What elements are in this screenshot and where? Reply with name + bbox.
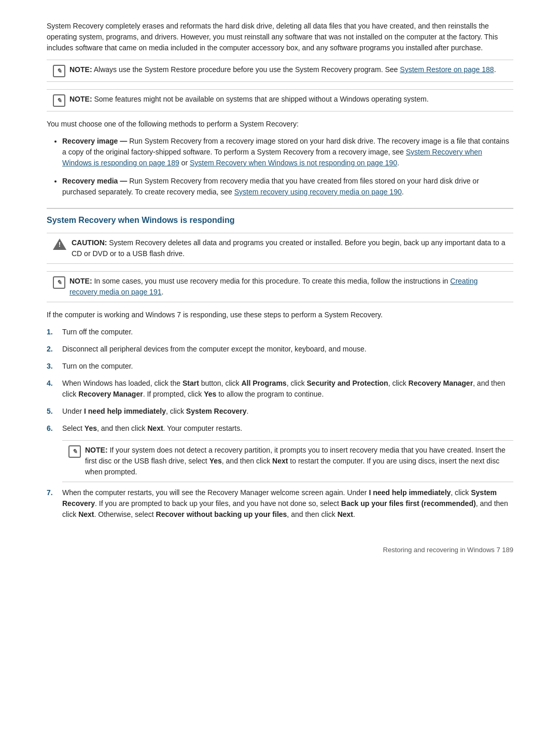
inline-note-text: If your system does not detect a recover… (85, 446, 506, 476)
methods-intro: You must choose one of the following met… (47, 119, 513, 130)
note-2-label: NOTE: (69, 95, 92, 103)
caution-content: CAUTION: System Recovery deletes all dat… (72, 237, 507, 259)
step-2-num: 2. (47, 344, 62, 355)
page-footer: Restoring and recovering in Windows 7 18… (47, 541, 513, 555)
note-1-text: Always use the System Restore procedure … (94, 65, 400, 74)
bullet-1-between: or (179, 159, 190, 167)
step-3-num: 3. (47, 361, 62, 372)
note-icon-2: ✎ (53, 94, 65, 107)
note-1-label: NOTE: (69, 65, 92, 74)
step-2-text: Disconnect all peripheral devices from t… (62, 344, 513, 355)
step-4-text: When Windows has loaded, click the Start… (62, 378, 513, 400)
recovery-media-link[interactable]: System recovery using recovery media on … (234, 188, 402, 196)
step-1-num: 1. (47, 327, 62, 338)
methods-list: Recovery image — Run System Recovery fro… (62, 136, 513, 198)
bullet-2-end: . (402, 188, 404, 196)
inline-note-label: NOTE: (85, 446, 108, 454)
inline-note-box: ✎ NOTE: If your system does not detect a… (62, 440, 513, 482)
note-box-2: ✎ NOTE: Some features might not be avail… (47, 89, 513, 111)
caution-label: CAUTION: (72, 238, 107, 247)
step-6: 6. Select Yes, and then click Next. Your… (47, 423, 513, 434)
note-box-3: ✎ NOTE: In some cases, you must use reco… (47, 271, 513, 302)
caution-icon: ! (53, 238, 66, 250)
steps-list: 1. Turn off the computer. 2. Disconnect … (47, 327, 513, 434)
intro-paragraph: System Recovery completely erases and re… (47, 21, 513, 53)
step-6-num: 6. (47, 423, 62, 434)
bullet-2-bold: Recovery media — (62, 177, 127, 185)
step-7-num: 7. (47, 487, 62, 498)
step-6-text: Select Yes, and then click Next. Your co… (62, 423, 513, 434)
note-2-content: NOTE: Some features might not be availab… (69, 94, 507, 105)
note-3-text: In some cases, you must use recovery med… (94, 277, 450, 285)
step-5: 5. Under I need help immediately, click … (47, 406, 513, 417)
section-heading: System Recovery when Windows is respondi… (47, 208, 513, 227)
step-4: 4. When Windows has loaded, click the St… (47, 378, 513, 400)
step-7-list: 7. When the computer restarts, you will … (47, 487, 513, 520)
note-box-1: ✎ NOTE: Always use the System Restore pr… (47, 60, 513, 82)
bullet-item-1: Recovery image — Run System Recovery fro… (62, 136, 513, 168)
windows-not-responding-link[interactable]: System Recovery when Windows is not resp… (190, 159, 397, 167)
note-2-text: Some features might not be available on … (94, 95, 428, 103)
inline-note-content: NOTE: If your system does not detect a r… (85, 445, 507, 477)
bullet-1-end: . (397, 159, 399, 167)
note-3-label: NOTE: (69, 277, 92, 285)
caution-text: System Recovery deletes all data and pro… (72, 238, 506, 258)
note-icon-1: ✎ (53, 65, 65, 77)
inline-note-icon: ✎ (68, 445, 81, 458)
note-1-end: . (494, 65, 496, 74)
bullet-1-bold: Recovery image — (62, 137, 127, 145)
step-2: 2. Disconnect all peripheral devices fro… (47, 344, 513, 355)
step-3: 3. Turn on the computer. (47, 361, 513, 372)
step-5-num: 5. (47, 406, 62, 417)
step-5-text: Under I need help immediately, click Sys… (62, 406, 513, 417)
step-7: 7. When the computer restarts, you will … (47, 487, 513, 520)
system-restore-link[interactable]: System Restore on page 188 (400, 65, 494, 74)
section-intro: If the computer is working and Windows 7… (47, 310, 513, 320)
step-4-num: 4. (47, 378, 62, 389)
bullet-item-2: Recovery media — Run System Recovery fro… (62, 176, 513, 198)
page-content: System Recovery completely erases and re… (47, 21, 513, 555)
step-7-text: When the computer restarts, you will see… (62, 487, 513, 520)
note-3-end: . (161, 288, 163, 296)
note-3-content: NOTE: In some cases, you must use recove… (69, 276, 507, 298)
note-icon-3: ✎ (53, 276, 65, 289)
step-1: 1. Turn off the computer. (47, 327, 513, 338)
caution-box: ! CAUTION: System Recovery deletes all d… (47, 233, 513, 264)
step-3-text: Turn on the computer. (62, 361, 513, 372)
note-1-content: NOTE: Always use the System Restore proc… (69, 64, 507, 75)
step-1-text: Turn off the computer. (62, 327, 513, 338)
